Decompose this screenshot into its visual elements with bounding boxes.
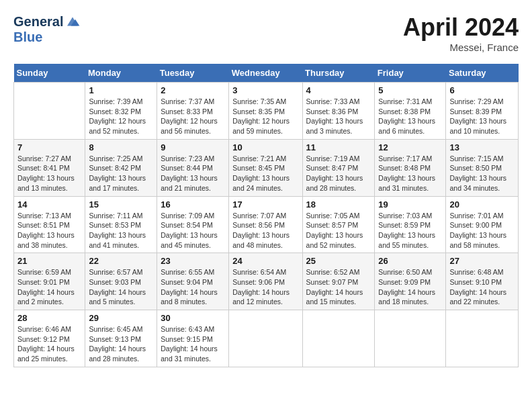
day-number: 9 xyxy=(161,142,225,152)
day-number: 6 xyxy=(449,85,515,95)
day-info: Sunrise: 7:19 AM Sunset: 8:47 PM Dayligh… xyxy=(306,154,371,193)
day-info: Sunrise: 7:17 AM Sunset: 8:48 PM Dayligh… xyxy=(378,154,442,193)
day-info: Sunrise: 7:29 AM Sunset: 8:39 PM Dayligh… xyxy=(449,97,515,136)
day-info: Sunrise: 7:37 AM Sunset: 8:33 PM Dayligh… xyxy=(161,97,225,136)
day-info: Sunrise: 6:45 AM Sunset: 9:13 PM Dayligh… xyxy=(89,324,153,364)
day-info: Sunrise: 7:09 AM Sunset: 8:54 PM Dayligh… xyxy=(161,211,225,250)
calendar-cell: 16Sunrise: 7:09 AM Sunset: 8:54 PM Dayli… xyxy=(157,196,229,253)
calendar-cell: 7Sunrise: 7:27 AM Sunset: 8:41 PM Daylig… xyxy=(14,139,85,196)
calendar-week-1: 1Sunrise: 7:39 AM Sunset: 8:32 PM Daylig… xyxy=(14,83,519,140)
logo-text: General xyxy=(13,14,63,29)
day-header-thursday: Thursday xyxy=(302,64,375,83)
day-number: 21 xyxy=(17,256,81,266)
day-info: Sunrise: 7:05 AM Sunset: 8:57 PM Dayligh… xyxy=(306,211,371,250)
calendar-cell: 11Sunrise: 7:19 AM Sunset: 8:47 PM Dayli… xyxy=(302,139,375,196)
calendar-cell: 21Sunrise: 6:59 AM Sunset: 9:01 PM Dayli… xyxy=(14,253,85,310)
day-header-saturday: Saturday xyxy=(446,64,519,83)
calendar-cell: 28Sunrise: 6:46 AM Sunset: 9:12 PM Dayli… xyxy=(14,310,85,367)
day-number: 8 xyxy=(89,142,153,152)
calendar-cell: 25Sunrise: 6:52 AM Sunset: 9:07 PM Dayli… xyxy=(302,253,375,310)
day-number: 27 xyxy=(449,256,515,266)
calendar-cell: 3Sunrise: 7:35 AM Sunset: 8:35 PM Daylig… xyxy=(229,83,302,140)
calendar-cell: 24Sunrise: 6:54 AM Sunset: 9:06 PM Dayli… xyxy=(229,253,302,310)
day-info: Sunrise: 7:21 AM Sunset: 8:45 PM Dayligh… xyxy=(232,154,298,193)
calendar-week-2: 7Sunrise: 7:27 AM Sunset: 8:41 PM Daylig… xyxy=(14,139,519,196)
calendar-cell: 29Sunrise: 6:45 AM Sunset: 9:13 PM Dayli… xyxy=(85,310,157,367)
day-info: Sunrise: 6:52 AM Sunset: 9:07 PM Dayligh… xyxy=(306,267,371,307)
month-year-title: April 2024 xyxy=(403,13,519,42)
calendar-header-row: SundayMondayTuesdayWednesdayThursdayFrid… xyxy=(14,64,519,83)
day-number: 25 xyxy=(306,256,371,266)
calendar-cell: 22Sunrise: 6:57 AM Sunset: 9:03 PM Dayli… xyxy=(85,253,157,310)
calendar-cell: 19Sunrise: 7:03 AM Sunset: 8:59 PM Dayli… xyxy=(375,196,446,253)
calendar-cell xyxy=(446,310,519,367)
day-header-tuesday: Tuesday xyxy=(157,64,229,83)
calendar-cell: 17Sunrise: 7:07 AM Sunset: 8:56 PM Dayli… xyxy=(229,196,302,253)
day-number: 13 xyxy=(449,142,515,152)
calendar-cell: 2Sunrise: 7:37 AM Sunset: 8:33 PM Daylig… xyxy=(157,83,229,140)
day-info: Sunrise: 6:57 AM Sunset: 9:03 PM Dayligh… xyxy=(89,267,153,307)
day-number: 15 xyxy=(89,199,153,210)
calendar-cell: 4Sunrise: 7:33 AM Sunset: 8:36 PM Daylig… xyxy=(302,83,375,140)
day-info: Sunrise: 7:03 AM Sunset: 8:59 PM Dayligh… xyxy=(378,211,442,250)
calendar-body: 1Sunrise: 7:39 AM Sunset: 8:32 PM Daylig… xyxy=(14,83,519,367)
day-number: 2 xyxy=(161,85,225,95)
calendar-cell: 26Sunrise: 6:50 AM Sunset: 9:09 PM Dayli… xyxy=(375,253,446,310)
day-info: Sunrise: 6:50 AM Sunset: 9:09 PM Dayligh… xyxy=(378,267,442,307)
calendar-cell: 8Sunrise: 7:25 AM Sunset: 8:42 PM Daylig… xyxy=(85,139,157,196)
day-number: 18 xyxy=(306,199,371,210)
logo-blue: Blue xyxy=(13,30,42,44)
logo: General Blue xyxy=(13,13,81,44)
day-number: 10 xyxy=(232,142,298,152)
day-number: 26 xyxy=(378,256,442,266)
calendar-cell xyxy=(229,310,302,367)
day-number: 11 xyxy=(306,142,371,152)
day-number: 16 xyxy=(161,199,225,210)
calendar-cell: 1Sunrise: 7:39 AM Sunset: 8:32 PM Daylig… xyxy=(85,83,157,140)
calendar-week-5: 28Sunrise: 6:46 AM Sunset: 9:12 PM Dayli… xyxy=(14,310,519,367)
day-info: Sunrise: 7:01 AM Sunset: 9:00 PM Dayligh… xyxy=(449,211,515,250)
day-info: Sunrise: 6:48 AM Sunset: 9:10 PM Dayligh… xyxy=(449,267,515,307)
calendar-cell: 18Sunrise: 7:05 AM Sunset: 8:57 PM Dayli… xyxy=(302,196,375,253)
day-number: 3 xyxy=(232,85,298,95)
location-subtitle: Messei, France xyxy=(403,42,519,53)
day-number: 23 xyxy=(161,256,225,266)
calendar-cell xyxy=(302,310,375,367)
day-number: 17 xyxy=(232,199,298,210)
day-number: 5 xyxy=(378,85,442,95)
calendar-cell: 13Sunrise: 7:15 AM Sunset: 8:50 PM Dayli… xyxy=(446,139,519,196)
day-number: 29 xyxy=(89,313,153,323)
day-info: Sunrise: 7:11 AM Sunset: 8:53 PM Dayligh… xyxy=(89,211,153,250)
calendar-cell: 6Sunrise: 7:29 AM Sunset: 8:39 PM Daylig… xyxy=(446,83,519,140)
calendar-cell: 23Sunrise: 6:55 AM Sunset: 9:04 PM Dayli… xyxy=(157,253,229,310)
calendar-cell: 12Sunrise: 7:17 AM Sunset: 8:48 PM Dayli… xyxy=(375,139,446,196)
day-info: Sunrise: 7:15 AM Sunset: 8:50 PM Dayligh… xyxy=(449,154,515,193)
day-number: 19 xyxy=(378,199,442,210)
day-number: 30 xyxy=(161,313,225,323)
day-info: Sunrise: 7:31 AM Sunset: 8:38 PM Dayligh… xyxy=(378,97,442,136)
day-info: Sunrise: 7:13 AM Sunset: 8:51 PM Dayligh… xyxy=(17,211,81,250)
calendar-cell: 20Sunrise: 7:01 AM Sunset: 9:00 PM Dayli… xyxy=(446,196,519,253)
day-info: Sunrise: 6:43 AM Sunset: 9:15 PM Dayligh… xyxy=(161,324,225,364)
day-info: Sunrise: 7:35 AM Sunset: 8:35 PM Dayligh… xyxy=(232,97,298,136)
day-number: 7 xyxy=(17,142,81,152)
title-block: April 2024 Messei, France xyxy=(403,13,519,53)
day-header-monday: Monday xyxy=(85,64,157,83)
calendar-cell: 10Sunrise: 7:21 AM Sunset: 8:45 PM Dayli… xyxy=(229,139,302,196)
calendar-cell: 30Sunrise: 6:43 AM Sunset: 9:15 PM Dayli… xyxy=(157,310,229,367)
day-info: Sunrise: 7:07 AM Sunset: 8:56 PM Dayligh… xyxy=(232,211,298,250)
day-header-sunday: Sunday xyxy=(14,64,85,83)
calendar-cell: 27Sunrise: 6:48 AM Sunset: 9:10 PM Dayli… xyxy=(446,253,519,310)
day-info: Sunrise: 7:39 AM Sunset: 8:32 PM Dayligh… xyxy=(89,97,153,136)
day-info: Sunrise: 7:27 AM Sunset: 8:41 PM Dayligh… xyxy=(17,154,81,193)
day-info: Sunrise: 7:33 AM Sunset: 8:36 PM Dayligh… xyxy=(306,97,371,136)
calendar-cell xyxy=(14,83,85,140)
day-header-wednesday: Wednesday xyxy=(229,64,302,83)
calendar-week-3: 14Sunrise: 7:13 AM Sunset: 8:51 PM Dayli… xyxy=(14,196,519,253)
day-info: Sunrise: 6:59 AM Sunset: 9:01 PM Dayligh… xyxy=(17,267,81,307)
calendar-cell: 15Sunrise: 7:11 AM Sunset: 8:53 PM Dayli… xyxy=(85,196,157,253)
day-info: Sunrise: 7:25 AM Sunset: 8:42 PM Dayligh… xyxy=(89,154,153,193)
calendar-cell: 9Sunrise: 7:23 AM Sunset: 8:44 PM Daylig… xyxy=(157,139,229,196)
calendar-week-4: 21Sunrise: 6:59 AM Sunset: 9:01 PM Dayli… xyxy=(14,253,519,310)
day-number: 12 xyxy=(378,142,442,152)
